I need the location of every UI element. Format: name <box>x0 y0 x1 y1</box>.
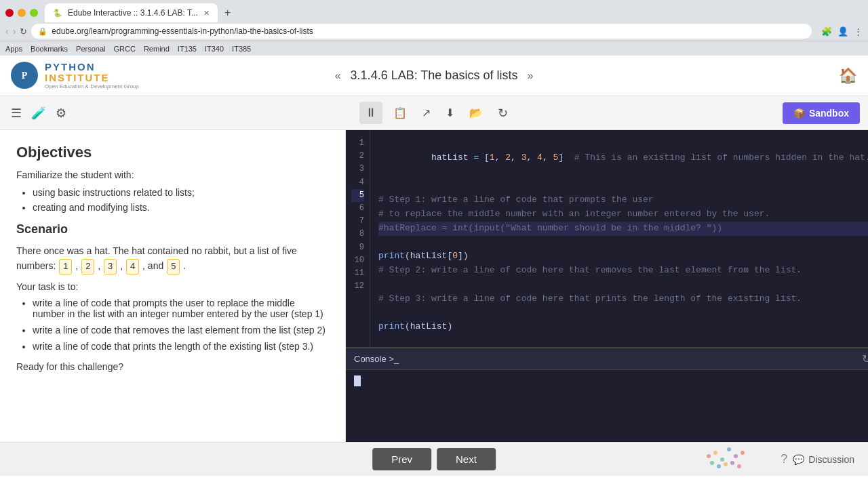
line-num-6: 6 <box>351 202 364 215</box>
nav-next-arrow[interactable]: » <box>527 70 533 82</box>
task-item-3: write a line of code that prints the len… <box>33 341 329 352</box>
bookmarks-bookmark[interactable]: Bookmarks <box>31 45 68 53</box>
home-icon[interactable]: 🏠 <box>839 67 857 85</box>
logo-icon: P <box>11 62 38 89</box>
new-tab-button[interactable]: + <box>220 7 235 19</box>
console-refresh-icon[interactable]: ↻ <box>862 352 868 365</box>
download-button[interactable]: ⬇ <box>441 102 458 123</box>
badge-3: 3 <box>104 259 117 274</box>
svg-point-6 <box>734 454 738 458</box>
pause-button[interactable]: ⏸ <box>359 102 382 124</box>
line-num-10: 10 <box>351 254 364 267</box>
tab-close-icon[interactable]: ✕ <box>203 9 210 18</box>
app-header: P PYTHON INSTITUTE Open Education & Deve… <box>0 56 868 96</box>
main-container: Objectives Familiarize the student with:… <box>0 130 868 442</box>
code-line-3: # Step 1: write a line of code that prom… <box>378 193 868 207</box>
line-num-11: 11 <box>351 267 364 280</box>
cursor-block <box>354 375 361 386</box>
lab-icon-button[interactable]: 🧪 <box>31 106 46 121</box>
toolbar-left-icons: ☰ 🧪 ⚙ <box>8 106 354 121</box>
it385-bookmark[interactable]: IT385 <box>232 45 251 53</box>
logo-subtitle: Open Education & Development Group <box>45 84 139 90</box>
settings-icon[interactable]: ⋮ <box>854 26 863 37</box>
browser-titlebar: 🐍 Edube Interactive :: 3.1.4.6 LAB: T...… <box>0 0 868 22</box>
task-item-1: write a line of code that prompts the us… <box>33 298 329 319</box>
lab-title: 3.1.4.6 LAB: The basics of lists <box>351 68 518 83</box>
back-button[interactable]: ‹ <box>5 26 9 37</box>
task-list: write a line of code that prompts the us… <box>33 298 329 352</box>
editor-toolbar: ⏸ 📋 ↗ ⬇ 📂 ↻ 📦 Sandbox <box>359 102 860 125</box>
code-line-5: #hatReplace = int(input("What number sho… <box>378 222 868 236</box>
badge-2: 2 <box>81 259 94 274</box>
objectives-title: Objectives <box>16 144 329 161</box>
browser-tab[interactable]: 🐍 Edube Interactive :: 3.1.4.6 LAB: T...… <box>45 3 218 22</box>
code-line-10: # Step 3: write a line of code here that… <box>378 292 868 306</box>
it135-bookmark[interactable]: IT135 <box>178 45 197 53</box>
window-controls <box>5 9 38 17</box>
line-numbers: 1 2 3 4 5 6 7 8 9 10 11 12 <box>346 130 370 347</box>
footer-right: ? 💬 Discussion <box>781 452 854 466</box>
footer: Prev Next ? 💬 Discussion <box>0 442 868 476</box>
personal-bookmark[interactable]: Personal <box>76 45 105 53</box>
minimize-button[interactable] <box>18 9 26 17</box>
refresh-button[interactable]: ↻ <box>494 102 512 125</box>
reload-button[interactable]: ↻ <box>20 26 27 37</box>
forward-button[interactable]: › <box>13 26 16 37</box>
it340-bookmark[interactable]: IT340 <box>205 45 224 53</box>
tab-title: Edube Interactive :: 3.1.4.6 LAB: T... <box>68 8 198 18</box>
browser-chrome: 🐍 Edube Interactive :: 3.1.4.6 LAB: T...… <box>0 0 868 56</box>
share-button[interactable]: ↗ <box>418 102 435 123</box>
svg-point-10 <box>724 462 728 466</box>
nav-prev-arrow[interactable]: « <box>335 70 341 82</box>
lab-title-area: « 3.1.4.6 LAB: The basics of lists » <box>335 68 534 83</box>
profile-icon[interactable]: 👤 <box>837 26 848 37</box>
remind-bookmark[interactable]: Remind <box>144 45 170 53</box>
code-line-4: # to replace the middle number with an i… <box>378 207 868 222</box>
folder-button[interactable]: 📂 <box>465 102 487 123</box>
sandbox-button[interactable]: 📦 Sandbox <box>783 102 860 124</box>
line-num-1: 1 <box>351 137 364 150</box>
console-content[interactable] <box>346 370 868 443</box>
svg-point-12 <box>737 464 741 468</box>
python-logo-svg: P <box>15 66 34 85</box>
left-panel: Objectives Familiarize the student with:… <box>0 130 346 442</box>
objective-item-2: creating and modifying lists. <box>33 202 329 213</box>
line-num-9: 9 <box>351 241 364 254</box>
address-bar[interactable]: 🔒 edube.org/learn/programming-essentials… <box>31 24 812 39</box>
discussion-label: Discussion <box>808 454 854 465</box>
prev-button[interactable]: Prev <box>372 448 431 470</box>
badge-5: 5 <box>167 259 180 274</box>
code-editor[interactable]: 1 2 3 4 5 6 7 8 9 10 11 12 hatList = [1,… <box>346 130 868 347</box>
footer-nav: Prev Next <box>372 448 496 470</box>
apps-bookmark[interactable]: Apps <box>5 45 22 53</box>
menu-button[interactable]: ☰ <box>11 106 22 121</box>
line-num-8: 8 <box>351 228 364 241</box>
next-button[interactable]: Next <box>437 448 496 470</box>
copy-button[interactable]: 📋 <box>389 102 411 123</box>
objectives-intro: Familiarize the student with: <box>16 169 329 180</box>
svg-point-3 <box>713 451 717 455</box>
console-label: Console >_ <box>354 354 399 364</box>
badge-1: 1 <box>59 259 72 274</box>
logo-institute: INSTITUTE <box>45 73 139 84</box>
svg-text:P: P <box>22 70 28 81</box>
logo-area: P PYTHON INSTITUTE Open Education & Deve… <box>11 62 139 90</box>
browser-action-buttons: 🧩 👤 ⋮ <box>821 26 863 37</box>
close-button[interactable] <box>5 9 14 17</box>
settings-toolbar-button[interactable]: ⚙ <box>56 106 66 121</box>
task-item-2: write a line of code that removes the la… <box>33 325 329 336</box>
discussion-icon: 💬 <box>793 454 804 465</box>
objectives-list: using basic instructions related to list… <box>33 187 329 213</box>
help-icon[interactable]: ? <box>781 452 787 466</box>
code-line-1: hatList = [1, 2, 3, 4, 5] # This is an e… <box>378 137 868 179</box>
maximize-button[interactable] <box>30 9 38 17</box>
grcc-bookmark[interactable]: GRCC <box>114 45 136 53</box>
extensions-icon[interactable]: 🧩 <box>821 26 832 37</box>
line-num-4: 4 <box>351 176 364 189</box>
console-header: Console >_ ↻ <box>346 348 868 370</box>
svg-point-9 <box>717 464 721 468</box>
lock-icon: 🔒 <box>38 27 47 36</box>
svg-point-4 <box>720 458 724 462</box>
discussion-button[interactable]: 💬 Discussion <box>793 454 854 465</box>
code-content: hatList = [1, 2, 3, 4, 5] # This is an e… <box>370 130 868 347</box>
